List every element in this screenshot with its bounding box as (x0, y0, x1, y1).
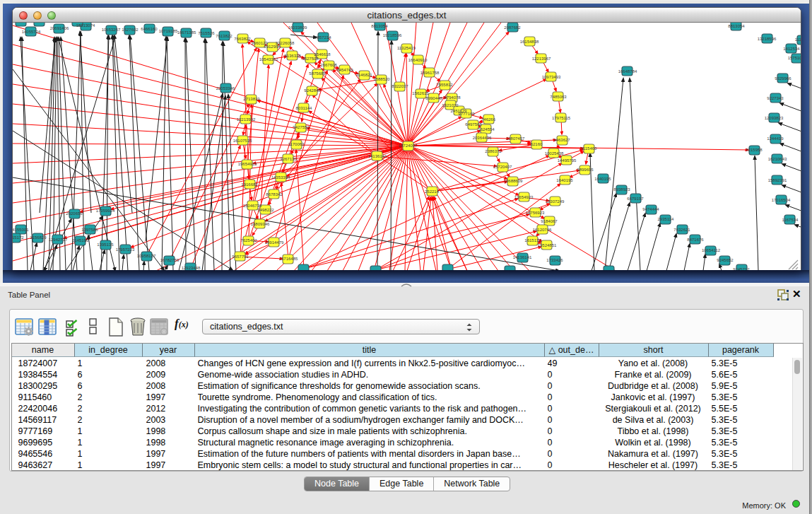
svg-text:16107535: 16107535 (233, 139, 252, 143)
svg-text:18307249: 18307249 (546, 199, 565, 204)
svg-text:15751074: 15751074 (788, 56, 801, 60)
svg-text:9657791: 9657791 (232, 255, 249, 259)
svg-text:746266: 746266 (481, 117, 496, 122)
svg-text:13654923: 13654923 (514, 195, 534, 199)
svg-text:9427552: 9427552 (293, 125, 310, 129)
svg-text:10025438: 10025438 (545, 151, 564, 156)
svg-text:19218596: 19218596 (383, 33, 402, 37)
svg-text:2386372: 2386372 (485, 149, 502, 153)
svg-text:8031144: 8031144 (296, 106, 313, 110)
svg-text:2713819: 2713819 (243, 97, 260, 101)
svg-text:8471676: 8471676 (687, 238, 704, 242)
svg-text:6899695: 6899695 (577, 168, 594, 172)
svg-text:14353394: 14353394 (271, 175, 290, 180)
svg-text:9777169: 9777169 (458, 112, 475, 116)
svg-text:2935114: 2935114 (658, 217, 675, 221)
svg-text:2667608: 2667608 (320, 63, 337, 67)
svg-text:17359924: 17359924 (96, 209, 115, 213)
svg-text:14055724: 14055724 (22, 30, 41, 34)
svg-text:9463627: 9463627 (553, 138, 570, 142)
svg-text:1527602: 1527602 (122, 28, 139, 32)
svg-text:7857214: 7857214 (314, 35, 331, 40)
svg-text:7625402: 7625402 (240, 238, 257, 243)
svg-text:10543362: 10543362 (259, 57, 278, 62)
svg-text:252214: 252214 (425, 189, 440, 194)
svg-text:12213992: 12213992 (237, 117, 256, 122)
svg-text:8678342: 8678342 (266, 192, 283, 197)
svg-text:1112893: 1112893 (795, 37, 801, 42)
svg-text:14495795: 14495795 (558, 158, 577, 163)
svg-text:6497568: 6497568 (465, 122, 482, 127)
svg-text:9242848: 9242848 (304, 88, 321, 93)
svg-text:1615132: 1615132 (524, 238, 541, 243)
svg-text:23226058: 23226058 (276, 41, 295, 45)
svg-text:16756923: 16756923 (526, 211, 545, 215)
svg-text:1640195: 1640195 (594, 177, 611, 181)
svg-text:10688609: 10688609 (504, 179, 523, 183)
svg-text:20691406: 20691406 (50, 26, 69, 30)
svg-text:1397586: 1397586 (81, 228, 98, 232)
svg-text:2546618: 2546618 (314, 52, 331, 57)
svg-text:1244419: 1244419 (767, 136, 784, 141)
svg-text:16914479: 16914479 (265, 240, 284, 245)
svg-text:16782759: 16782759 (160, 258, 180, 262)
svg-text:10654112: 10654112 (702, 248, 721, 252)
svg-text:12213967: 12213967 (532, 57, 551, 61)
svg-text:7515526: 7515526 (198, 31, 215, 35)
svg-text:16648784: 16648784 (618, 69, 637, 74)
svg-text:16154838: 16154838 (520, 40, 539, 44)
svg-text:17975115: 17975115 (552, 116, 571, 120)
svg-text:16033809: 16033809 (288, 25, 307, 30)
svg-text:1640195: 1640195 (556, 178, 573, 182)
svg-text:22053346: 22053346 (216, 86, 235, 90)
svg-text:10958127: 10958127 (137, 254, 156, 258)
svg-text:9245712: 9245712 (733, 267, 750, 270)
svg-text:15716485: 15716485 (279, 257, 298, 261)
svg-text:1624554: 1624554 (478, 127, 495, 132)
svg-text:10719185: 10719185 (159, 29, 178, 33)
svg-text:11325419: 11325419 (397, 46, 416, 50)
svg-text:12942737: 12942737 (49, 238, 68, 242)
svg-text:17957223: 17957223 (116, 247, 135, 252)
svg-text:9329966: 9329966 (775, 76, 792, 81)
svg-text:9115460: 9115460 (581, 146, 598, 151)
svg-text:1170063: 1170063 (288, 142, 305, 146)
svg-text:6794078: 6794078 (444, 95, 461, 100)
svg-text:1621072: 1621072 (442, 103, 459, 107)
svg-text:15892391: 15892391 (768, 178, 787, 182)
svg-text:15046736: 15046736 (243, 204, 262, 208)
svg-text:1588520: 1588520 (373, 77, 390, 81)
svg-text:1412534: 1412534 (783, 47, 800, 51)
svg-text:8322037: 8322037 (392, 84, 408, 88)
svg-text:10973493: 10973493 (542, 75, 561, 79)
svg-text:16210643: 16210643 (768, 157, 787, 161)
svg-text:8938923: 8938923 (613, 187, 630, 192)
svg-text:15720407: 15720407 (493, 165, 512, 169)
svg-text:8215958: 8215958 (746, 148, 763, 152)
svg-text:7613822: 7613822 (216, 34, 233, 38)
svg-text:8990448: 8990448 (425, 96, 442, 100)
svg-text:3267130: 3267130 (280, 157, 297, 161)
svg-text:9474444: 9474444 (642, 207, 659, 211)
svg-text:14136141: 14136141 (513, 255, 532, 259)
svg-text:12093823: 12093823 (765, 116, 784, 120)
svg-text:8136328: 8136328 (284, 54, 301, 58)
svg-text:1733426: 1733426 (546, 258, 563, 262)
svg-text:7632621: 7632621 (673, 228, 690, 232)
svg-text:7663822: 7663822 (234, 37, 251, 41)
svg-text:9245652: 9245652 (717, 258, 734, 262)
svg-text:4155001: 4155001 (13, 228, 29, 232)
svg-text:14136141: 14136141 (368, 154, 387, 158)
svg-text:12923448: 12923448 (182, 266, 201, 270)
svg-text:13218596: 13218596 (758, 37, 777, 41)
svg-text:18724007: 18724007 (399, 144, 418, 148)
svg-text:9227343: 9227343 (767, 96, 784, 100)
svg-text:1916682: 1916682 (241, 182, 258, 187)
svg-text:62160: 62160 (531, 142, 543, 146)
svg-text:1562615: 1562615 (412, 91, 429, 95)
svg-text:17016504: 17016504 (772, 198, 791, 202)
svg-text:16961758: 16961758 (420, 71, 440, 75)
svg-text:2156829: 2156829 (30, 235, 47, 240)
svg-text:9184067: 9184067 (541, 219, 558, 223)
svg-text:18313074: 18313074 (76, 23, 95, 28)
